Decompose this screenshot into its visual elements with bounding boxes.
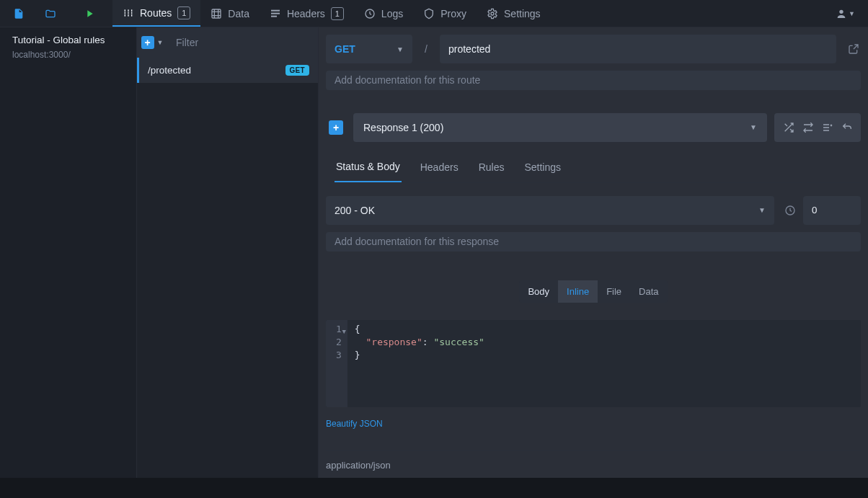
random-mode-icon[interactable] <box>783 122 794 133</box>
routes-filter-input[interactable] <box>167 27 318 58</box>
routes-icon <box>123 7 134 19</box>
open-env-icon[interactable] <box>45 8 56 19</box>
editor-code[interactable]: { "response": "success" } <box>347 320 492 407</box>
duplicate-response-icon[interactable] <box>815 162 829 174</box>
routes-sidebar: + ▼ /protected GET <box>137 27 319 478</box>
tab-status-body[interactable]: Status & Body <box>335 154 402 182</box>
response-select[interactable]: Response 1 (200) ▼ <box>353 113 767 142</box>
route-path-input[interactable] <box>440 35 836 63</box>
tab-response-settings[interactable]: Settings <box>523 154 562 182</box>
routes-count-badge: 1 <box>177 6 190 19</box>
tab-label: Headers <box>287 8 325 19</box>
proxy-icon <box>423 8 435 19</box>
tab-headers[interactable]: Headers 1 <box>260 0 354 27</box>
tab-label: Data <box>228 8 249 19</box>
data-icon <box>211 8 222 19</box>
editor-gutter: 1▼ 2 3 <box>326 320 347 407</box>
body-editor[interactable]: 1▼ 2 3 { "response": "success" } <box>326 320 861 407</box>
environment-item[interactable]: Tutorial - Global rules localhost:3000/ <box>0 27 136 68</box>
body-mode-inline[interactable]: Inline <box>558 280 598 303</box>
svg-rect-0 <box>212 9 221 18</box>
new-env-icon[interactable] <box>13 8 25 19</box>
tab-proxy[interactable]: Proxy <box>413 0 477 27</box>
start-server-icon[interactable] <box>84 8 95 19</box>
plus-icon: + <box>329 120 343 135</box>
caret-down-icon: ▼ <box>397 45 404 53</box>
route-doc-input[interactable] <box>326 71 861 90</box>
clock-icon <box>784 205 796 216</box>
tab-label: Routes <box>140 7 172 19</box>
top-nav: Routes 1 Data Headers 1 Logs Proxy Setti… <box>0 0 868 27</box>
svg-rect-3 <box>271 15 277 17</box>
content-type-label: application/json <box>326 450 861 471</box>
headers-icon <box>270 8 281 19</box>
environment-title: Tutorial - Global rules <box>12 35 126 45</box>
tab-label: Proxy <box>440 8 466 19</box>
delete-response-icon[interactable] <box>846 162 861 174</box>
headers-count-badge: 1 <box>331 7 344 20</box>
tab-rules[interactable]: Rules <box>477 154 506 182</box>
fold-icon[interactable]: ▼ <box>342 325 345 338</box>
body-label: Body <box>519 280 558 303</box>
add-route-button[interactable]: + ▼ <box>137 27 167 58</box>
logs-icon <box>364 8 376 19</box>
response-tabs: Status & Body Headers Rules Settings <box>326 149 861 183</box>
tab-label: Logs <box>381 8 403 19</box>
add-response-button[interactable]: + <box>326 113 346 142</box>
route-editor: GET ▼ / + Response 1 (200) ▼ <box>319 27 868 478</box>
status-bar <box>0 478 868 498</box>
caret-down-icon[interactable]: ▼ <box>849 10 855 17</box>
beautify-json-link[interactable]: Beautify JSON <box>326 419 861 429</box>
method-value: GET <box>335 43 355 55</box>
tab-label: Settings <box>504 8 541 19</box>
settings-icon <box>487 8 498 19</box>
tab-settings[interactable]: Settings <box>477 0 551 27</box>
route-item[interactable]: /protected GET <box>137 58 318 83</box>
environments-sidebar: Tutorial - Global rules localhost:3000/ <box>0 27 137 478</box>
route-path: /protected <box>148 65 191 76</box>
tab-routes[interactable]: Routes 1 <box>112 0 200 27</box>
caret-down-icon: ▼ <box>758 206 766 214</box>
response-doc-input[interactable] <box>326 232 861 252</box>
body-mode-tabs: Body Inline File Data <box>519 280 667 303</box>
caret-down-icon: ▼ <box>750 123 757 131</box>
tab-data[interactable]: Data <box>200 0 260 27</box>
status-code-value: 200 - OK <box>335 205 375 216</box>
svg-point-6 <box>839 9 843 13</box>
rules-disabled-icon[interactable] <box>822 122 833 133</box>
status-code-select[interactable]: 200 - OK ▼ <box>326 196 774 225</box>
sequential-mode-icon[interactable] <box>802 122 814 133</box>
account-icon[interactable] <box>836 8 847 19</box>
latency-input[interactable] <box>803 196 861 225</box>
environment-address: localhost:3000/ <box>12 50 126 60</box>
body-mode-file[interactable]: File <box>598 280 630 303</box>
fallback-mode-icon[interactable] <box>841 122 853 133</box>
response-selected: Response 1 (200) <box>363 122 443 133</box>
route-method-badge: GET <box>285 65 309 76</box>
tab-response-headers[interactable]: Headers <box>419 154 460 182</box>
body-mode-data[interactable]: Data <box>630 280 667 303</box>
svg-rect-2 <box>271 12 280 14</box>
caret-down-icon: ▼ <box>157 39 164 46</box>
method-select[interactable]: GET ▼ <box>326 35 412 63</box>
path-separator: / <box>422 43 430 55</box>
plus-icon: + <box>141 36 154 49</box>
svg-point-5 <box>491 12 494 15</box>
open-external-icon[interactable] <box>846 43 861 55</box>
svg-rect-1 <box>271 9 280 11</box>
tab-logs[interactable]: Logs <box>354 0 413 27</box>
response-mode-icons <box>774 113 861 142</box>
